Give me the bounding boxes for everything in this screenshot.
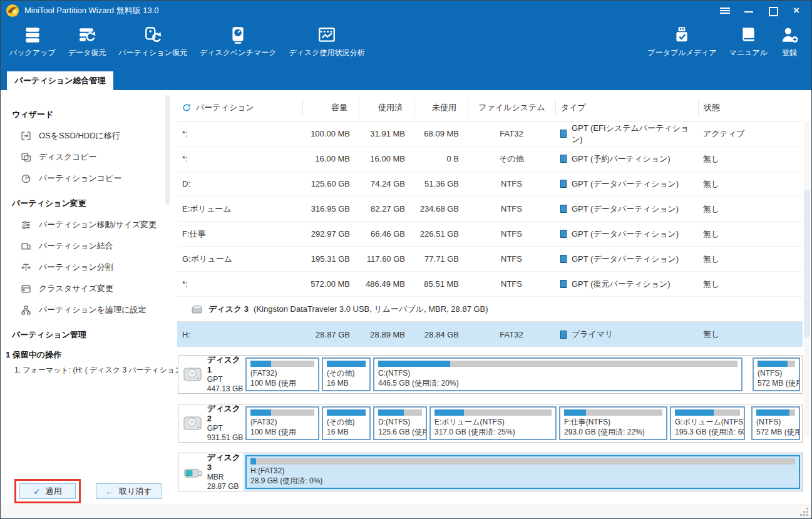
table-row[interactable]: *: 16.00 MB 16.00 MB 0 B その他 GPT (予約パーティ… xyxy=(177,146,803,172)
partition-block[interactable]: F:仕事(NTFS) 293.0 GB (使用済: 22%) xyxy=(559,406,667,440)
disk-row-2: ディスク 2 GPT 931.51 GB (FAT32) 100 MB (使用 xyxy=(178,404,803,443)
refresh-icon[interactable] xyxy=(182,103,191,112)
table-row-selected[interactable]: H: 28.87 GB 28.89 MB 28.84 GB FAT32 プライマ… xyxy=(177,322,803,347)
disk-benchmark-button[interactable]: ディスクベンチマーク xyxy=(193,24,283,59)
table-row[interactable]: *: 572.00 MB 486.49 MB 85.51 MB NTFS GPT… xyxy=(177,272,803,297)
sidebar-item-partition-copy[interactable]: パーティションコピー xyxy=(12,168,167,189)
merge-partition-icon xyxy=(21,241,31,252)
sidebar-item-migrate-os[interactable]: OSをSSD/HDDに移行 xyxy=(12,125,167,146)
sidebar-scrollbar-thumb[interactable] xyxy=(165,95,170,205)
col-partition: パーティション xyxy=(177,99,302,116)
table-scrollbar[interactable] xyxy=(804,121,810,438)
cluster-size-icon xyxy=(21,284,31,294)
table-row[interactable]: F:仕事 292.97 GB 66.46 GB 226.51 GB NTFS G… xyxy=(177,222,803,247)
usage-bar xyxy=(675,409,740,416)
tab-band: パーティション総合管理 xyxy=(1,71,811,90)
partition-type-swatch xyxy=(560,180,567,188)
partition-type-swatch xyxy=(560,280,567,288)
disk-usage-analyzer-icon xyxy=(317,26,336,44)
partition-block[interactable]: (FAT32) 100 MB (使用 xyxy=(245,357,319,391)
usage-bar xyxy=(250,361,314,367)
resize-grip-icon[interactable] xyxy=(801,508,808,516)
partition-type-swatch xyxy=(560,155,567,163)
partition-type-swatch xyxy=(560,205,567,213)
menu-icon[interactable] xyxy=(720,6,730,15)
migrate-os-icon xyxy=(21,131,31,141)
table-row[interactable]: G:ボリューム 195.31 GB 117.60 GB 77.71 GB NTF… xyxy=(177,247,803,272)
register-button[interactable]: 登録 xyxy=(774,24,805,59)
tab-partition-management[interactable]: パーティション総合管理 xyxy=(7,71,113,90)
status-bar xyxy=(1,505,811,518)
left-arrow-icon: ← xyxy=(105,487,114,496)
partition-block[interactable]: (その他) 16 MB xyxy=(322,357,371,391)
disk3-tile[interactable]: ディスク 3 MBR 28.87 GB xyxy=(178,453,244,491)
maximize-icon[interactable] xyxy=(768,6,778,15)
bootable-media-button[interactable]: ブータブルメディア xyxy=(641,24,722,59)
app-logo-icon xyxy=(6,4,19,18)
sidebar-item-merge[interactable]: パーティション結合 xyxy=(12,235,167,257)
undo-button[interactable]: ← 取り消す xyxy=(96,483,162,499)
close-icon[interactable]: × xyxy=(791,6,801,15)
partition-recovery-button[interactable]: パーティション復元 xyxy=(112,24,193,59)
disk-group-header[interactable]: ディスク 3 (Kingston DataTraveler 3.0 USB, リ… xyxy=(177,297,803,322)
minimize-icon[interactable] xyxy=(744,6,754,15)
disk1-tile[interactable]: ディスク 1 GPT 447.13 GB xyxy=(178,356,244,393)
disk-icon xyxy=(191,304,203,314)
partition-copy-icon xyxy=(21,173,31,184)
partition-block-selected[interactable]: H:(FAT32) 28.9 GB (使用済: 0%) xyxy=(245,455,800,489)
disk-benchmark-icon xyxy=(229,26,247,44)
split-partition-icon xyxy=(21,262,31,273)
hdd-icon xyxy=(183,414,203,432)
sidebar-item-move-resize[interactable]: パーティション移動/サイズ変更 xyxy=(12,214,167,235)
set-logical-icon xyxy=(21,305,31,316)
usage-bar xyxy=(250,409,314,416)
disk-row-1: ディスク 1 GPT 447.13 GB (FAT32) 100 MB (使用 xyxy=(178,355,803,394)
window-title: MiniTool Partition Wizard 無料版 13.0 xyxy=(24,5,159,16)
col-status: 状態 xyxy=(698,99,803,116)
backup-button[interactable]: バックアップ xyxy=(3,24,62,59)
pending-operations: 1 保留中の操作 1. フォーマット: (H: ( ディスク 3 パーティション… xyxy=(1,346,171,376)
col-filesystem: ファイルシステム xyxy=(468,99,555,116)
toolbar: バックアップ データ復元 パーティション復元 xyxy=(1,21,811,71)
table-scrollbar-thumb[interactable] xyxy=(804,190,810,337)
sidebar-item-set-logical[interactable]: パーティションを論理に設定 xyxy=(12,299,167,321)
partition-block[interactable]: C:(NTFS) 446.5 GB (使用済: 20%) xyxy=(373,357,743,391)
apply-button[interactable]: ✓ 適用 xyxy=(19,483,76,499)
partition-type-swatch xyxy=(560,230,567,238)
table-row[interactable]: D: 125.60 GB 74.24 GB 51.36 GB NTFS GPT … xyxy=(177,172,803,197)
partition-block[interactable]: (NTFS) 572 MB (使用 xyxy=(753,357,800,391)
disk-row-3: ディスク 3 MBR 28.87 GB H:(FAT32) 28.9 GB (使… xyxy=(178,453,803,491)
sidebar-item-cluster-size[interactable]: クラスタサイズ変更 xyxy=(12,278,167,299)
register-icon xyxy=(780,26,799,44)
manual-button[interactable]: マニュアル xyxy=(723,24,774,59)
sidebar-section-partition-change: パーティション変更 xyxy=(12,197,167,210)
data-recovery-button[interactable]: データ復元 xyxy=(62,24,113,59)
usage-bar xyxy=(327,409,366,416)
partition-block[interactable]: G:ボリューム(NTFS) 195.3 GB (使用済: 60%) xyxy=(670,406,745,440)
table-row[interactable]: *: 100.00 MB 31.91 MB 68.09 MB FAT32 GPT… xyxy=(177,121,803,146)
usage-bar xyxy=(327,361,366,367)
main-panel: パーティション 容量 使用済 未使用 ファイルシステム タイプ 状態 *: 10… xyxy=(171,90,811,506)
pending-operations-title: 1 保留中の操作 xyxy=(6,349,168,361)
sidebar-item-split[interactable]: パーティション分割 xyxy=(12,257,167,278)
usage-bar xyxy=(758,361,795,367)
disk-usage-analyzer-button[interactable]: ディスク使用状況分析 xyxy=(282,24,371,59)
partition-block[interactable]: (NTFS) 572 MB (使用 xyxy=(751,406,800,440)
pending-operation-item[interactable]: 1. フォーマット: (H: ( ディスク 3 パーティション 1 )) xyxy=(6,361,168,376)
table-header: パーティション 容量 使用済 未使用 ファイルシステム タイプ 状態 xyxy=(177,94,803,121)
sidebar-item-disk-copy[interactable]: ディスクコピー xyxy=(12,146,167,168)
bootable-media-icon xyxy=(672,26,691,44)
partition-type-swatch xyxy=(560,130,567,138)
table-row[interactable]: E:ボリューム 316.95 GB 82.27 GB 234.68 GB NTF… xyxy=(177,197,803,222)
partition-block[interactable]: (その他) 16 MB xyxy=(322,406,371,440)
col-used: 使用済 xyxy=(359,99,414,116)
disk2-tile[interactable]: ディスク 2 GPT 931.51 GB xyxy=(178,404,244,442)
hdd-icon xyxy=(183,366,203,383)
disk-copy-icon xyxy=(21,152,31,163)
partition-block[interactable]: D:(NTFS) 125.6 GB (使用: xyxy=(373,406,427,440)
usage-bar xyxy=(434,409,552,416)
move-resize-icon xyxy=(21,220,31,230)
disk-map: ディスク 1 GPT 447.13 GB (FAT32) 100 MB (使用 xyxy=(178,355,803,491)
partition-block[interactable]: E:ボリューム(NTFS) 317.0 GB (使用済: 25%) xyxy=(429,406,557,440)
partition-block[interactable]: (FAT32) 100 MB (使用 xyxy=(245,406,319,440)
